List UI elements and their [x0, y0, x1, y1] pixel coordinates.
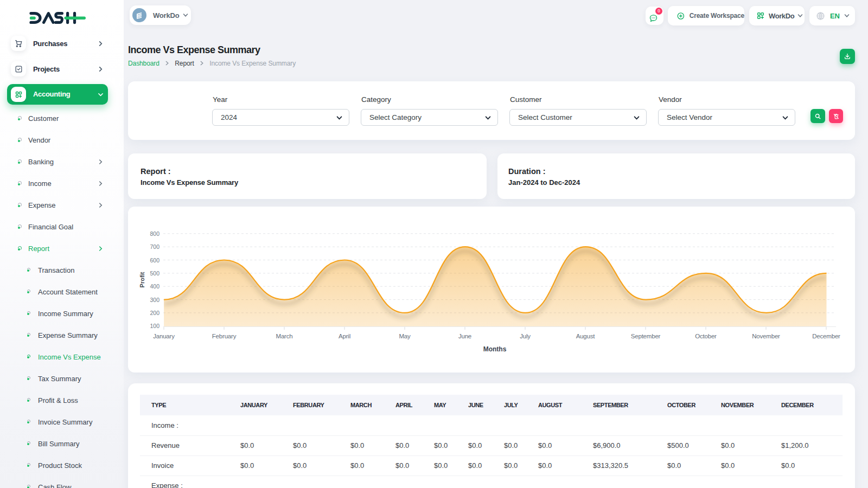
svg-text:January: January: [153, 333, 175, 339]
svg-text:July: July: [520, 333, 531, 339]
svg-text:400: 400: [150, 283, 159, 290]
svg-text:600: 600: [150, 257, 159, 264]
svg-text:700: 700: [150, 243, 159, 250]
svg-text:Profit: Profit: [139, 272, 145, 287]
svg-text:100: 100: [150, 323, 159, 329]
svg-text:800: 800: [150, 230, 159, 237]
svg-text:June: June: [458, 333, 471, 339]
svg-text:November: November: [752, 333, 780, 339]
svg-text:October: October: [695, 333, 717, 339]
svg-text:500: 500: [150, 270, 159, 277]
svg-text:September: September: [631, 333, 661, 339]
svg-text:April: April: [339, 333, 350, 339]
svg-text:300: 300: [150, 297, 159, 303]
svg-text:200: 200: [150, 310, 159, 316]
svg-text:March: March: [276, 333, 293, 339]
svg-text:May: May: [399, 333, 411, 339]
svg-text:Months: Months: [483, 345, 507, 353]
svg-text:February: February: [212, 333, 237, 339]
svg-text:December: December: [812, 333, 840, 339]
svg-text:August: August: [576, 333, 596, 339]
